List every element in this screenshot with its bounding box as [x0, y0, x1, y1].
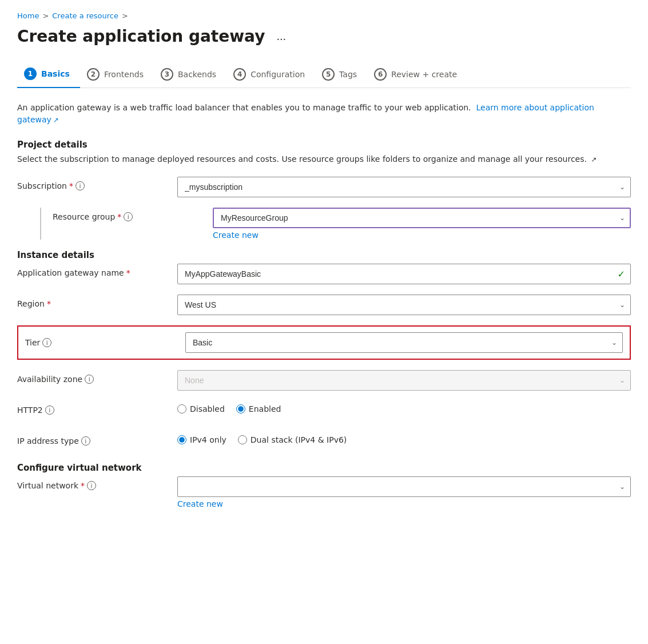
breadcrumb-sep2: >	[122, 11, 128, 20]
subscription-label: Subscription	[17, 181, 67, 190]
http2-label-col: HTTP2 i	[17, 401, 177, 415]
http2-disabled-label: Disabled	[190, 404, 225, 414]
subscription-select-wrapper: _mysubscription ⌄	[177, 177, 631, 197]
ipv4-radio[interactable]	[177, 435, 186, 444]
step-label-review-create: Review + create	[391, 70, 457, 79]
region-required: *	[47, 299, 51, 308]
region-label: Region	[17, 299, 45, 308]
gateway-name-required: *	[126, 268, 130, 277]
vnet-row: Virtual network * i ⌄ Create new	[17, 476, 631, 508]
resource-group-indent: Resource group * i MyResourceGroup ⌄ Cre…	[17, 208, 631, 240]
az-select-wrapper: None ⌄	[177, 370, 631, 391]
ip-type-label-col: IP address type i	[17, 432, 177, 446]
tier-select[interactable]: Basic	[185, 332, 623, 353]
az-label: Availability zone	[17, 375, 82, 384]
rg-info-icon[interactable]: i	[124, 212, 133, 221]
external-link-icon: ↗	[53, 116, 59, 124]
rg-control: MyResourceGroup ⌄ Create new	[213, 208, 631, 240]
ellipsis-button[interactable]: ...	[272, 27, 291, 45]
step-number-1: 1	[24, 67, 37, 80]
breadcrumb-create-resource[interactable]: Create a resource	[52, 11, 118, 20]
region-label-col: Region *	[17, 295, 177, 308]
step-label-frontends: Frontends	[104, 70, 144, 79]
http2-info-icon[interactable]: i	[45, 406, 54, 415]
az-info-icon[interactable]: i	[85, 375, 94, 384]
ipv4-option[interactable]: IPv4 only	[177, 435, 226, 444]
region-select-wrapper: West US ⌄	[177, 295, 631, 315]
http2-enabled-radio[interactable]	[236, 404, 245, 414]
tier-info-icon[interactable]: i	[42, 338, 51, 347]
vnet-info-icon[interactable]: i	[87, 481, 96, 490]
breadcrumb: Home > Create a resource >	[17, 11, 631, 20]
breadcrumb-home[interactable]: Home	[17, 11, 39, 20]
instance-details-header: Instance details	[17, 250, 631, 260]
http2-enabled-option[interactable]: Enabled	[236, 404, 281, 414]
gateway-name-check-icon: ✓	[618, 269, 625, 280]
ip-type-radio-group: IPv4 only Dual stack (IPv4 & IPv6)	[177, 432, 631, 444]
tier-label-col: Tier i	[25, 338, 185, 347]
subscription-select[interactable]: _mysubscription	[177, 177, 631, 197]
tier-control: Basic ⌄	[185, 332, 623, 353]
vnet-control: ⌄ Create new	[177, 476, 631, 508]
tier-select-wrapper: Basic ⌄	[185, 332, 623, 353]
instance-details-section: Instance details Application gateway nam…	[17, 250, 631, 452]
step-number-2: 2	[87, 68, 100, 81]
dual-stack-radio[interactable]	[238, 435, 247, 444]
http2-row: HTTP2 i Disabled Enabled	[17, 401, 631, 422]
tab-tags[interactable]: 5 Tags	[315, 62, 367, 88]
description-text: An application gateway is a web traffic …	[17, 102, 631, 126]
gateway-name-input[interactable]	[177, 264, 631, 284]
page-title-row: Create application gateway ...	[17, 27, 631, 46]
vnet-required: *	[81, 481, 85, 490]
tier-row: Tier i Basic ⌄	[17, 325, 631, 360]
project-details-desc: Select the subscription to manage deploy…	[17, 153, 631, 165]
gateway-name-label: Application gateway name	[17, 268, 124, 277]
step-label-configuration: Configuration	[251, 70, 305, 79]
rg-create-new-link[interactable]: Create new	[213, 230, 259, 240]
breadcrumb-sep1: >	[42, 11, 49, 20]
step-label-backends: Backends	[178, 70, 216, 79]
vnet-select-wrapper: ⌄	[177, 476, 631, 497]
gateway-name-control: ✓	[177, 264, 631, 284]
rg-required: *	[117, 212, 121, 221]
region-row: Region * West US ⌄	[17, 295, 631, 315]
http2-disabled-radio[interactable]	[177, 404, 186, 414]
step-number-6: 6	[374, 68, 387, 81]
project-details-section: Project details Select the subscription …	[17, 140, 631, 240]
tab-configuration[interactable]: 4 Configuration	[226, 62, 315, 88]
project-desc-external-icon: ↗	[591, 156, 597, 164]
vnet-label-col: Virtual network * i	[17, 476, 177, 490]
az-select[interactable]: None	[177, 370, 631, 391]
ip-type-label: IP address type	[17, 436, 79, 446]
resource-group-select[interactable]: MyResourceGroup	[213, 208, 631, 228]
gateway-name-row: Application gateway name * ✓	[17, 264, 631, 284]
ip-type-control: IPv4 only Dual stack (IPv4 & IPv6)	[177, 432, 631, 444]
subscription-info-icon[interactable]: i	[75, 181, 85, 190]
rg-label: Resource group	[53, 212, 115, 221]
region-control: West US ⌄	[177, 295, 631, 315]
vnet-create-new-link[interactable]: Create new	[177, 499, 223, 508]
ip-type-info-icon[interactable]: i	[81, 436, 90, 446]
http2-label: HTTP2	[17, 406, 43, 415]
rg-select-wrapper: MyResourceGroup ⌄	[213, 208, 631, 228]
tab-frontends[interactable]: 2 Frontends	[80, 62, 154, 88]
dual-stack-label: Dual stack (IPv4 & IPv6)	[251, 435, 347, 444]
tier-label: Tier	[25, 338, 40, 347]
step-label-tags: Tags	[339, 70, 357, 79]
http2-disabled-option[interactable]: Disabled	[177, 404, 225, 414]
tab-basics[interactable]: 1 Basics	[17, 62, 80, 88]
tab-review-create[interactable]: 6 Review + create	[367, 62, 467, 88]
step-number-5: 5	[322, 68, 335, 81]
subscription-row: Subscription * i _mysubscription ⌄	[17, 177, 631, 197]
az-control: None ⌄	[177, 370, 631, 391]
project-details-header: Project details	[17, 140, 631, 150]
tab-backends[interactable]: 3 Backends	[154, 62, 226, 88]
dual-stack-option[interactable]: Dual stack (IPv4 & IPv6)	[238, 435, 347, 444]
subscription-required: *	[69, 181, 73, 190]
vnet-label: Virtual network	[17, 481, 78, 490]
region-select[interactable]: West US	[177, 295, 631, 315]
rg-label-col: Resource group * i	[53, 208, 213, 221]
vnet-select[interactable]	[177, 476, 631, 497]
gateway-name-label-col: Application gateway name *	[17, 264, 177, 277]
http2-radio-group: Disabled Enabled	[177, 401, 631, 414]
